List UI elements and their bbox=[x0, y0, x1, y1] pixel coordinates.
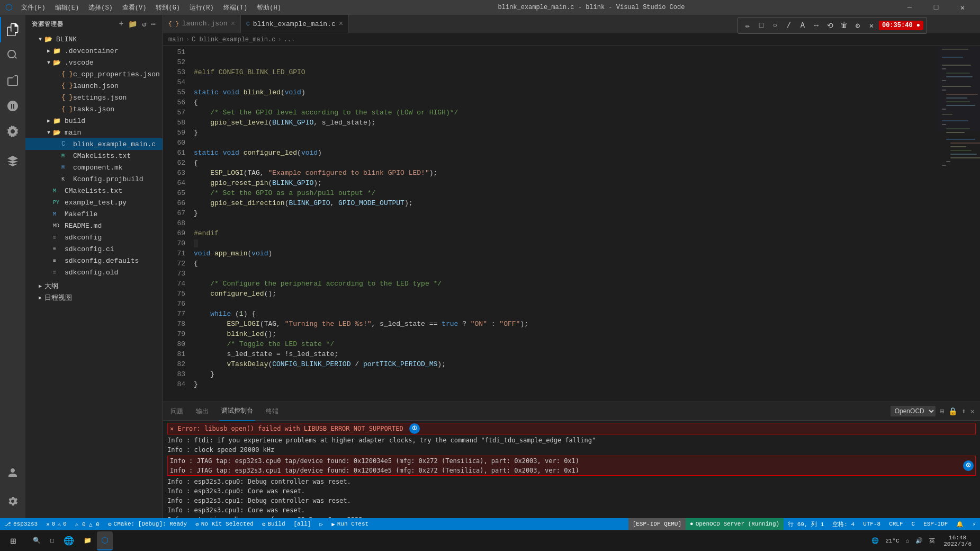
tree-item-cmakelists-root[interactable]: M CMakeLists.txt bbox=[25, 185, 163, 197]
tree-item-devcontainer[interactable]: ▶ 📁 .devcontainer bbox=[25, 45, 163, 57]
breadcrumb-symbol[interactable]: ... bbox=[284, 36, 295, 43]
tree-item-settings-json[interactable]: { } settings.json bbox=[25, 92, 163, 103]
status-play[interactable]: ▷ bbox=[316, 518, 328, 530]
new-folder-icon[interactable]: 📁 bbox=[128, 20, 138, 29]
status-encoding[interactable]: UTF-8 bbox=[859, 518, 885, 530]
activity-scm-icon[interactable] bbox=[0, 68, 25, 93]
status-errors[interactable]: ✕ 0 ⚠ 0 bbox=[42, 518, 70, 530]
code-editor[interactable]: 5152535455 5657585960 6162636465 6667686… bbox=[163, 46, 980, 402]
menu-view[interactable]: 查看(V) bbox=[118, 0, 151, 15]
ann-undo-icon[interactable]: ⟲ bbox=[824, 19, 837, 32]
panel-tab-output[interactable]: 输出 bbox=[194, 402, 211, 421]
panel-lock-icon[interactable]: 🔒 bbox=[948, 407, 957, 416]
tree-item-sdkconfig-defaults[interactable]: ≡ sdkconfig.defaults bbox=[25, 255, 163, 266]
tree-item-makefile[interactable]: M Makefile bbox=[25, 208, 163, 220]
status-esp-idf[interactable]: ESP-IDF bbox=[919, 518, 952, 530]
ann-circle-icon[interactable]: ○ bbox=[769, 19, 781, 32]
windows-start-button[interactable]: ⊞ bbox=[0, 530, 26, 552]
menu-select[interactable]: 选择(S) bbox=[84, 0, 117, 15]
ann-rect-icon[interactable]: □ bbox=[755, 19, 768, 32]
status-openocd[interactable]: ● OpenOCD Server (Running) bbox=[686, 518, 784, 530]
collapse-all-icon[interactable]: ⋯ bbox=[151, 20, 156, 29]
tree-item-sdkconfig-old[interactable]: ≡ sdkconfig.old bbox=[25, 266, 163, 278]
ann-pencil-icon[interactable]: ✏ bbox=[741, 19, 754, 32]
tree-item-cmakelists-main[interactable]: M CMakeLists.txt bbox=[25, 150, 163, 162]
ann-text-icon[interactable]: A bbox=[796, 19, 809, 32]
tree-item-c-cpp-properties[interactable]: { } c_cpp_properties.json bbox=[25, 68, 163, 80]
ann-arrow-icon[interactable]: ↔ bbox=[810, 19, 823, 32]
ann-close-icon[interactable]: ✕ bbox=[865, 19, 878, 32]
window-maximize-button[interactable]: □ bbox=[924, 0, 948, 15]
panel-tab-problems[interactable]: 问题 bbox=[168, 402, 185, 421]
activity-extensions-icon[interactable] bbox=[0, 119, 25, 144]
menu-terminal[interactable]: 终端(T) bbox=[219, 0, 252, 15]
status-line-ending[interactable]: CRLF bbox=[885, 518, 907, 530]
tray-volume-icon[interactable]: 🔊 bbox=[913, 536, 925, 545]
tray-keyboard[interactable]: 英 bbox=[927, 536, 937, 546]
activity-search-icon[interactable] bbox=[0, 42, 25, 68]
tree-item-component-mk[interactable]: M component.mk bbox=[25, 162, 163, 173]
status-git[interactable]: ⎇ esp32s3 bbox=[0, 518, 42, 530]
code-content[interactable]: #elif CONFIG_BLINK_LED_GPIO static void … bbox=[190, 46, 938, 402]
status-cmake[interactable]: ⚙ CMake: [Debug]: Ready bbox=[104, 518, 191, 530]
tab-blink-main[interactable]: C blink_example_main.c × bbox=[241, 15, 349, 33]
ann-line-icon[interactable]: / bbox=[783, 19, 795, 32]
tree-item-main[interactable]: ▼ 📂 main bbox=[25, 127, 163, 138]
panel-split-icon[interactable]: ⊞ bbox=[940, 407, 944, 416]
status-no-kit[interactable]: ⊘ No Kit Selected bbox=[191, 518, 258, 530]
tree-item-build[interactable]: ▶ 📁 build bbox=[25, 115, 163, 127]
tab-launch-json[interactable]: { } launch.json × bbox=[163, 15, 241, 33]
tray-wifi-icon[interactable]: ⌂ bbox=[904, 537, 912, 545]
window-minimize-button[interactable]: ─ bbox=[897, 0, 922, 15]
menu-run[interactable]: 运行(R) bbox=[185, 0, 218, 15]
activity-explorer-icon[interactable] bbox=[0, 17, 25, 42]
panel-close-icon[interactable]: ✕ bbox=[970, 407, 975, 416]
tab-close-blink[interactable]: × bbox=[339, 20, 343, 28]
status-line-col[interactable]: 行 69, 列 1 bbox=[784, 518, 828, 530]
status-run-ctest[interactable]: ▶ Run CTest bbox=[327, 518, 373, 530]
status-language[interactable]: C bbox=[907, 518, 920, 530]
tray-temperature[interactable]: 21°C bbox=[883, 537, 901, 545]
status-zap-icon[interactable]: ⚡ bbox=[968, 518, 980, 530]
window-close-button[interactable]: ✕ bbox=[950, 0, 975, 15]
panel-tab-debug[interactable]: 调试控制台 bbox=[219, 402, 255, 421]
status-spaces[interactable]: 空格: 4 bbox=[828, 518, 859, 530]
new-file-icon[interactable]: + bbox=[119, 20, 124, 29]
status-build[interactable]: ⚙ Build bbox=[258, 518, 290, 530]
refresh-icon[interactable]: ↺ bbox=[142, 20, 147, 29]
tree-item-sdkconfig-ci[interactable]: ≡ sdkconfig.ci bbox=[25, 243, 163, 255]
menu-file[interactable]: 文件(F) bbox=[17, 0, 50, 15]
activity-account-icon[interactable] bbox=[0, 461, 25, 486]
tree-item-tasks-json[interactable]: { } tasks.json bbox=[25, 103, 163, 115]
tree-item-sdkconfig[interactable]: ≡ sdkconfig bbox=[25, 232, 163, 243]
panel-tab-terminal[interactable]: 终端 bbox=[264, 402, 281, 421]
taskbar-explorer[interactable]: 📁 bbox=[79, 531, 96, 550]
openocd-dropdown[interactable]: OpenOCD bbox=[891, 406, 936, 416]
tree-item-readme[interactable]: MD README.md bbox=[25, 220, 163, 232]
activity-settings-icon[interactable] bbox=[0, 488, 25, 514]
status-espidf-qemu[interactable]: [ESP-IDF QEMU] bbox=[628, 518, 686, 530]
tray-clock[interactable]: 16:48 2022/3/6 bbox=[939, 534, 976, 548]
menu-edit[interactable]: 编辑(E) bbox=[51, 0, 84, 15]
ann-settings-icon[interactable]: ⚙ bbox=[851, 19, 864, 32]
tree-item-blink-main[interactable]: C blink_example_main.c bbox=[25, 138, 163, 150]
menu-help[interactable]: 帮助(H) bbox=[253, 0, 285, 15]
tree-item-kconfig[interactable]: K Kconfig.projbuild bbox=[25, 173, 163, 185]
breadcrumb-file[interactable]: C blink_example_main.c bbox=[192, 36, 275, 43]
taskbar-vscode[interactable]: ⬡ bbox=[97, 531, 113, 550]
tree-item-example-test[interactable]: PY example_test.py bbox=[25, 197, 163, 208]
tray-network-icon[interactable]: 🌐 bbox=[869, 536, 881, 545]
activity-espidf-icon[interactable] bbox=[0, 148, 25, 174]
breadcrumb-main[interactable]: main bbox=[168, 36, 184, 43]
tree-item-vscode[interactable]: ▼ 📂 .vscode bbox=[25, 57, 163, 68]
tree-item-timeline[interactable]: ▶ 日程视图 bbox=[25, 292, 163, 304]
menu-goto[interactable]: 转到(G) bbox=[151, 0, 184, 15]
tab-close-launch[interactable]: × bbox=[231, 20, 235, 28]
tree-item-launch-json[interactable]: { } launch.json bbox=[25, 80, 163, 92]
taskbar-edge[interactable]: 🌐 bbox=[59, 531, 78, 550]
tree-root-blink[interactable]: ▼ 📂 BLINK bbox=[25, 33, 163, 45]
status-bell-icon[interactable]: 🔔 bbox=[952, 518, 968, 530]
status-problems[interactable]: ⚠ 0 △ 0 bbox=[71, 518, 104, 530]
taskbar-taskview[interactable]: □ bbox=[46, 531, 58, 550]
taskbar-search[interactable]: 🔍 bbox=[29, 531, 45, 550]
